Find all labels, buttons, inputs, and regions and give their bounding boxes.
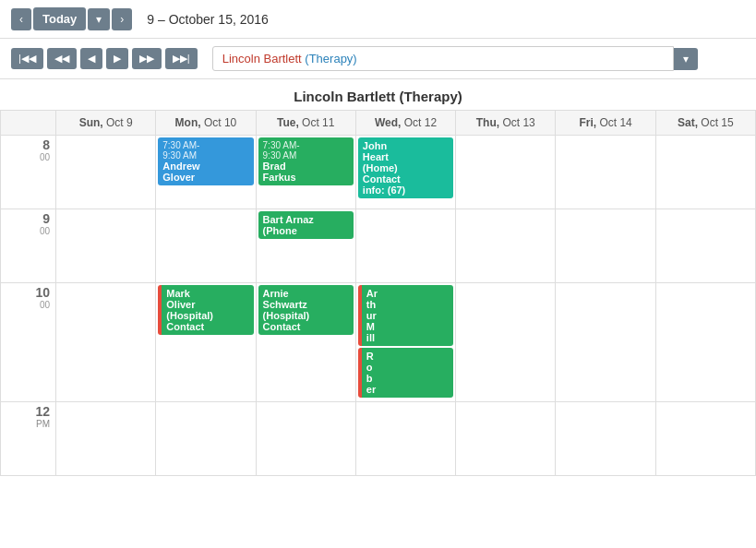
forward-button[interactable]: › bbox=[112, 8, 132, 30]
col-header-4: Thu, Oct 13 bbox=[456, 111, 556, 136]
patient-dropdown-button[interactable]: ▾ bbox=[674, 48, 698, 70]
day-cell-r1-c2: Bart Arnaz(Phone bbox=[257, 209, 356, 283]
day-cell-r1-c5 bbox=[556, 209, 655, 283]
next-button[interactable]: ▾ bbox=[88, 8, 110, 30]
day-cell-r3-c4 bbox=[456, 402, 556, 476]
today-button[interactable]: Today bbox=[33, 7, 86, 30]
day-cell-r3-c1 bbox=[156, 402, 256, 476]
day-cell-r3-c5 bbox=[556, 402, 655, 476]
day-cell-r0-c5 bbox=[556, 136, 655, 209]
patient-type: (Therapy) bbox=[305, 52, 356, 66]
appointment-r0-c2-0[interactable]: 7:30 AM-9:30 AMBradFarkus bbox=[258, 137, 354, 185]
next-next-button[interactable]: ▶▶ bbox=[132, 48, 162, 69]
day-cell-r3-c2 bbox=[257, 402, 356, 476]
day-cell-r2-c2: ArnieSchwartz(Hospital)Contact bbox=[257, 283, 356, 402]
appointment-r2-c3-1[interactable]: Rober bbox=[358, 348, 453, 398]
day-cell-r2-c3: ArthurMillRober bbox=[356, 283, 456, 402]
date-range: 9 – October 15, 2016 bbox=[147, 12, 269, 27]
top-nav: ‹ Today ▾ › 9 – October 15, 2016 bbox=[0, 0, 756, 39]
nav-group-1: ‹ Today ▾ › bbox=[11, 7, 132, 30]
day-cell-r1-c0 bbox=[56, 209, 156, 283]
col-header-0: Sun, Oct 9 bbox=[56, 111, 156, 136]
second-nav: |◀◀ ◀◀ ◀ ▶ ▶▶ ▶▶| Lincoln Bartlett (Ther… bbox=[0, 39, 756, 79]
calendar-grid: Sun, Oct 9Mon, Oct 10Tue, Oct 11Wed, Oct… bbox=[0, 111, 756, 476]
appointment-r1-c2-0[interactable]: Bart Arnaz(Phone bbox=[258, 211, 354, 239]
day-cell-r0-c4 bbox=[456, 136, 556, 209]
prev-button[interactable]: ‹ bbox=[11, 8, 31, 30]
time-label-2: 1000 bbox=[1, 283, 56, 402]
day-cell-r1-c6 bbox=[656, 209, 756, 283]
appointment-r2-c1-0[interactable]: MarkOliver(Hospital)Contact bbox=[158, 285, 253, 335]
time-label-3: 12PM bbox=[1, 402, 56, 476]
day-cell-r3-c0 bbox=[56, 402, 156, 476]
last-button[interactable]: ▶▶| bbox=[165, 48, 198, 69]
col-header-6: Sat, Oct 15 bbox=[656, 111, 756, 136]
appointment-r2-c2-0[interactable]: ArnieSchwartz(Hospital)Contact bbox=[258, 285, 354, 335]
patient-select[interactable]: Lincoln Bartlett (Therapy) bbox=[212, 46, 674, 71]
day-cell-r0-c2: 7:30 AM-9:30 AMBradFarkus bbox=[257, 136, 356, 209]
calendar-title: Lincoln Bartlett (Therapy) bbox=[0, 79, 756, 111]
patient-select-container: Lincoln Bartlett (Therapy) ▾ bbox=[212, 46, 745, 71]
time-label-0: 800 bbox=[1, 136, 56, 209]
day-cell-r3-c3 bbox=[356, 402, 456, 476]
col-header-2: Tue, Oct 11 bbox=[257, 111, 356, 136]
day-cell-r1-c4 bbox=[456, 209, 556, 283]
day-cell-r0-c0 bbox=[56, 136, 156, 209]
day-cell-r0-c6 bbox=[656, 136, 756, 209]
col-header-5: Fri, Oct 14 bbox=[556, 111, 655, 136]
prev2-button[interactable]: ◀ bbox=[80, 48, 102, 69]
day-cell-r2-c5 bbox=[556, 283, 655, 402]
day-cell-r1-c1 bbox=[156, 209, 256, 283]
col-header-3: Wed, Oct 12 bbox=[356, 111, 456, 136]
time-header-empty bbox=[1, 111, 56, 136]
appointment-r0-c3-0[interactable]: JohnHeart(Home)Contactinfo: (67) bbox=[358, 137, 453, 198]
day-cell-r0-c3: JohnHeart(Home)Contactinfo: (67) bbox=[356, 136, 456, 209]
prev-prev-button[interactable]: ◀◀ bbox=[47, 48, 77, 69]
day-cell-r0-c1: 7:30 AM-9:30 AMAndrewGlover bbox=[156, 136, 256, 209]
appointment-r2-c3-0[interactable]: ArthurMill bbox=[358, 285, 453, 346]
first-button[interactable]: |◀◀ bbox=[11, 48, 43, 69]
patient-name: Lincoln Bartlett bbox=[222, 52, 302, 66]
day-cell-r1-c3 bbox=[356, 209, 456, 283]
calendar-container: Lincoln Bartlett (Therapy) Sun, Oct 9Mon… bbox=[0, 79, 756, 476]
day-cell-r2-c0 bbox=[56, 283, 156, 402]
appointment-r0-c1-0[interactable]: 7:30 AM-9:30 AMAndrewGlover bbox=[158, 137, 253, 185]
time-label-1: 900 bbox=[1, 209, 56, 283]
day-cell-r2-c4 bbox=[456, 283, 556, 402]
col-header-1: Mon, Oct 10 bbox=[156, 111, 256, 136]
day-cell-r2-c1: MarkOliver(Hospital)Contact bbox=[156, 283, 256, 402]
next2-button[interactable]: ▶ bbox=[106, 48, 128, 69]
day-cell-r2-c6 bbox=[656, 283, 756, 402]
day-cell-r3-c6 bbox=[656, 402, 756, 476]
